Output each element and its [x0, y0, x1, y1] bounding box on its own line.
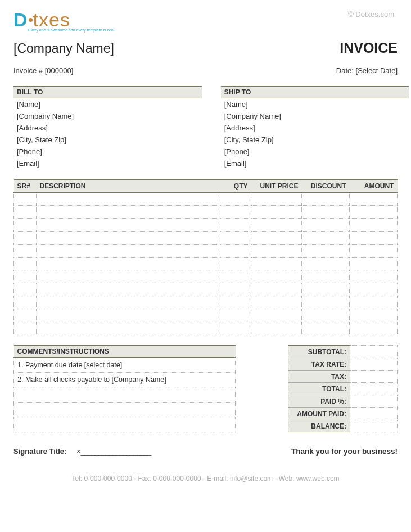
ship-to-phone: [Phone]: [221, 146, 409, 157]
table-cell: [251, 270, 302, 283]
comment-cell: [14, 417, 236, 432]
table-cell: [14, 296, 37, 309]
tax-label: TAX:: [288, 371, 350, 383]
table-cell: [302, 245, 350, 258]
table-cell: [350, 283, 398, 296]
table-cell: [251, 232, 302, 245]
table-cell: [37, 193, 220, 206]
bill-to-header: BILL TO: [13, 86, 202, 98]
table-cell: [251, 206, 302, 219]
subtotal-value: [350, 346, 398, 358]
table-cell: [350, 232, 398, 245]
ship-to-city: [City, State Zip]: [221, 134, 409, 146]
ship-to-email: [Email]: [221, 157, 409, 169]
invoice-date-label: Date:: [336, 66, 354, 75]
header-row: [Company Name] INVOICE: [13, 40, 398, 56]
ship-to-address: [Address]: [221, 122, 409, 134]
table-cell: [220, 258, 251, 270]
table-row: [14, 245, 398, 258]
comment-cell: 1. Payment due date [select date]: [14, 358, 236, 373]
ship-to-block: SHIP TO [Name] [Company Name] [Address] …: [221, 86, 409, 169]
table-cell: [220, 283, 251, 296]
table-cell: [14, 258, 37, 270]
table-cell: [302, 322, 350, 335]
balance-value: [350, 420, 398, 432]
tax-value: [350, 371, 398, 383]
comment-row: [14, 417, 236, 432]
summary-row: SUBTOTAL:: [288, 346, 398, 358]
paid-pct-label: PAID %:: [288, 395, 350, 408]
table-cell: [220, 322, 251, 335]
table-cell: [37, 245, 220, 258]
bill-to-name: [Name]: [13, 98, 202, 110]
paid-pct-value: [350, 395, 398, 408]
table-cell: [14, 193, 37, 206]
table-cell: [302, 232, 350, 245]
thank-you: Thank you for your business!: [291, 447, 398, 456]
table-row: [14, 206, 398, 219]
table-cell: [37, 283, 220, 296]
table-row: [14, 309, 398, 322]
summary-row: BALANCE:: [288, 420, 398, 432]
table-cell: [350, 245, 398, 258]
table-cell: [220, 232, 251, 245]
invoice-page: © Dotxes.com Dtxes Every doc is awesome …: [0, 0, 411, 499]
table-cell: [302, 206, 350, 219]
table-cell: [37, 206, 220, 219]
table-cell: [251, 309, 302, 322]
table-cell: [302, 309, 350, 322]
bill-to-address: [Address]: [13, 122, 202, 134]
watermark: © Dotxes.com: [348, 10, 394, 19]
invoice-date: Date: [Select Date]: [336, 66, 398, 75]
comment-cell: 2. Make all checks payable to [Company N…: [14, 372, 236, 387]
table-cell: [37, 322, 220, 335]
invoice-title: INVOICE: [340, 40, 398, 56]
tax-rate-value: [350, 358, 398, 371]
summary-row: TAX:: [288, 371, 398, 383]
dot-icon: [29, 18, 33, 22]
comment-row: [14, 387, 236, 403]
logo-tagline: Every doc is awesome and every template …: [28, 28, 398, 32]
table-cell: [302, 270, 350, 283]
comments-table: COMMENTS/INSTRUCTIONS 1. Payment due dat…: [13, 345, 236, 432]
logo-wordmark: Dtxes: [13, 10, 398, 29]
table-cell: [350, 206, 398, 219]
table-row: [14, 193, 398, 206]
table-row: [14, 283, 398, 296]
table-row: [14, 322, 398, 335]
table-cell: [220, 309, 251, 322]
table-cell: [14, 206, 37, 219]
table-row: [14, 232, 398, 245]
table-cell: [220, 270, 251, 283]
summary-row: TOTAL:: [288, 383, 398, 395]
company-name: [Company Name]: [13, 41, 114, 56]
table-row: [14, 270, 398, 283]
table-cell: [350, 309, 398, 322]
table-cell: [14, 232, 37, 245]
table-cell: [251, 219, 302, 232]
comment-cell: [14, 402, 236, 417]
table-cell: [350, 193, 398, 206]
table-cell: [37, 309, 220, 322]
comment-row: 2. Make all checks payable to [Company N…: [14, 372, 236, 387]
table-cell: [220, 206, 251, 219]
signature-line: ____________________: [81, 447, 151, 456]
balance-label: BALANCE:: [288, 420, 350, 432]
bill-to-block: BILL TO [Name] [Company Name] [Address] …: [13, 86, 202, 169]
table-cell: [302, 258, 350, 270]
logo: Dtxes Every doc is awesome and every tem…: [13, 10, 398, 32]
table-cell: [251, 322, 302, 335]
footer: Tel: 0-000-000-0000 - Fax: 0-000-000-000…: [13, 475, 398, 483]
signature-x: ×: [76, 447, 81, 456]
table-row: [14, 219, 398, 232]
lower-section: COMMENTS/INSTRUCTIONS 1. Payment due dat…: [13, 345, 398, 432]
invoice-number-label: Invoice #: [13, 66, 43, 75]
comments-header: COMMENTS/INSTRUCTIONS: [14, 346, 236, 358]
table-cell: [302, 296, 350, 309]
bill-to-phone: [Phone]: [13, 146, 202, 157]
col-amount: AMOUNT: [350, 180, 398, 193]
amount-paid-label: AMOUNT PAID:: [288, 408, 350, 420]
bill-to-company: [Company Name]: [13, 110, 202, 122]
total-label: TOTAL:: [288, 383, 350, 395]
summary-row: PAID %:: [288, 395, 398, 408]
